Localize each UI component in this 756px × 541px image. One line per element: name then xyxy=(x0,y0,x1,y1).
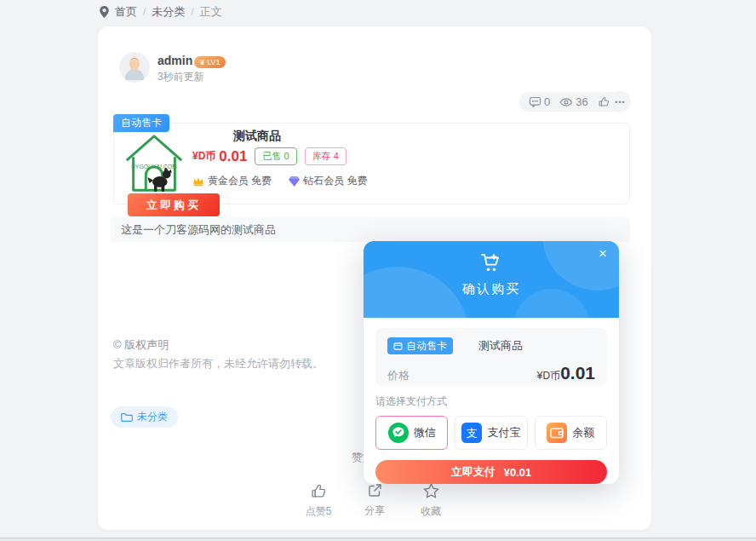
order-item-tag: 自动售卡 xyxy=(387,337,453,354)
share-action-label: 分享 xyxy=(364,504,385,518)
comments-count: 0 xyxy=(544,95,550,108)
product-type-tag: 自动售卡 xyxy=(113,114,169,132)
product-box: BYGOUKAI.COM 测试商品 ¥D币 0.01 已售 0 xyxy=(113,123,630,204)
views-count: 36 xyxy=(576,95,587,108)
views-stat: 36 xyxy=(559,95,587,109)
product-title: 测试商品 xyxy=(192,129,322,144)
product-image[interactable]: BYGOUKAI.COM xyxy=(121,130,187,197)
breadcrumb: 首页 / 未分类 / 正文 xyxy=(100,4,222,20)
product-logo-text: BYGOUKAI.COM xyxy=(131,164,177,170)
like-action[interactable]: 点赞5 xyxy=(301,482,335,519)
breadcrumb-separator: / xyxy=(143,6,146,18)
product-description: 这是一个刀客源码网的测试商品 xyxy=(111,217,630,242)
alipay-icon: 支 xyxy=(461,423,482,443)
thumbs-up-icon xyxy=(598,95,610,108)
share-action[interactable]: 分享 xyxy=(358,482,392,519)
breadcrumb-separator: / xyxy=(191,6,193,18)
like-action-label: 点赞5 xyxy=(306,504,332,519)
buy-now-button[interactable]: 立即购买 xyxy=(128,193,220,216)
breadcrumb-home-link[interactable]: 首页 xyxy=(115,4,137,20)
folder-icon xyxy=(121,412,133,423)
avatar[interactable] xyxy=(119,52,150,83)
page: 首页 / 未分类 / 正文 admin ♛ LV1 3秒前更新 0 xyxy=(0,0,756,541)
pay-now-amount: ¥0.01 xyxy=(504,466,532,479)
favorite-action[interactable]: 收藏 xyxy=(414,482,448,519)
wechat-pay-icon xyxy=(388,423,409,443)
window-bottom-edge xyxy=(0,538,756,541)
modal-header: 确认购买 × xyxy=(364,241,619,318)
payment-method-alipay[interactable]: 支 支付宝 xyxy=(455,416,527,450)
payment-method-wechat[interactable]: 微信 xyxy=(375,416,448,450)
level-badge: ♛ LV1 xyxy=(194,56,226,68)
action-bar: 点赞5 分享 收藏 xyxy=(98,482,651,519)
level-badge-label: LV1 xyxy=(207,58,220,66)
breadcrumb-current: 正文 xyxy=(200,4,222,20)
breadcrumb-category-link[interactable]: 未分类 xyxy=(152,4,185,20)
eye-icon xyxy=(559,95,573,109)
location-pin-icon xyxy=(100,6,109,18)
order-info-box: 自动售卡 测试商品 价格 ¥D币0.01 xyxy=(375,328,607,386)
order-currency: ¥D币 xyxy=(537,370,560,382)
payment-method-balance[interactable]: 余额 xyxy=(535,416,607,450)
member-prices: 黄金会员 免费 钻石会员 免费 xyxy=(192,174,368,188)
post-card: admin ♛ LV1 3秒前更新 0 36 xyxy=(98,26,651,530)
diamond-icon xyxy=(289,176,300,187)
copyright-block: © 版权声明 文章版权归作者所有，未经允许请勿转载。 xyxy=(113,337,324,371)
card-icon xyxy=(393,342,403,350)
category-tag[interactable]: 未分类 xyxy=(111,406,178,428)
thumbs-up-icon xyxy=(310,482,328,500)
modal-body: 自动售卡 测试商品 价格 ¥D币0.01 请选择支付方式 xyxy=(364,318,619,484)
product-price: 0.01 xyxy=(219,148,247,165)
choose-payment-label: 请选择支付方式 xyxy=(375,394,607,409)
updated-time: 3秒前更新 xyxy=(158,70,204,84)
stock-badge: 库存 4 xyxy=(305,147,346,165)
alipay-char: 支 xyxy=(467,427,478,440)
category-tag-label: 未分类 xyxy=(137,410,168,424)
author-name[interactable]: admin xyxy=(158,54,192,67)
gold-member-label: 黄金会员 免费 xyxy=(208,174,272,188)
pay-now-label: 立即支付 xyxy=(451,464,495,480)
wallet-icon xyxy=(547,423,567,443)
comments-stat[interactable]: 0 xyxy=(529,95,550,108)
share-icon xyxy=(366,482,383,499)
crown-icon: ♛ xyxy=(199,59,205,66)
purchase-modal: 确认购买 × 自动售卡 测试商品 价格 xyxy=(364,241,619,484)
order-price-value: 0.01 xyxy=(560,363,595,383)
order-price: ¥D币0.01 xyxy=(537,363,595,383)
product-currency: ¥D币 xyxy=(192,149,215,164)
copyright-title: © 版权声明 xyxy=(113,337,324,353)
order-item-tag-label: 自动售卡 xyxy=(406,339,447,354)
gold-crown-icon xyxy=(192,176,204,187)
favorite-action-label: 收藏 xyxy=(421,504,441,519)
modal-title: 确认购买 xyxy=(364,281,619,297)
order-item-name: 测试商品 xyxy=(478,338,523,354)
cart-icon xyxy=(364,252,619,273)
price-label: 价格 xyxy=(387,368,410,383)
sold-badge: 已售 0 xyxy=(255,147,296,165)
diamond-member-price: 钻石会员 免费 xyxy=(289,174,367,188)
pay-now-button[interactable]: 立即支付 ¥0.01 xyxy=(375,460,607,484)
product-price-row: ¥D币 0.01 已售 0 库存 4 xyxy=(192,147,346,165)
payment-method-label: 支付宝 xyxy=(487,425,520,440)
gold-member-price: 黄金会员 免费 xyxy=(192,174,272,188)
close-icon[interactable]: × xyxy=(595,243,610,264)
star-icon xyxy=(422,482,440,500)
payment-method-label: 余额 xyxy=(572,425,594,440)
more-options-button[interactable]: ••• xyxy=(610,91,631,112)
diamond-member-label: 钻石会员 免费 xyxy=(303,174,367,188)
copyright-text: 文章版权归作者所有，未经允许请勿转载。 xyxy=(113,356,324,371)
payment-method-label: 微信 xyxy=(414,425,436,440)
comment-icon xyxy=(529,95,541,108)
payment-methods: 微信 支 支付宝 余额 xyxy=(375,416,607,450)
